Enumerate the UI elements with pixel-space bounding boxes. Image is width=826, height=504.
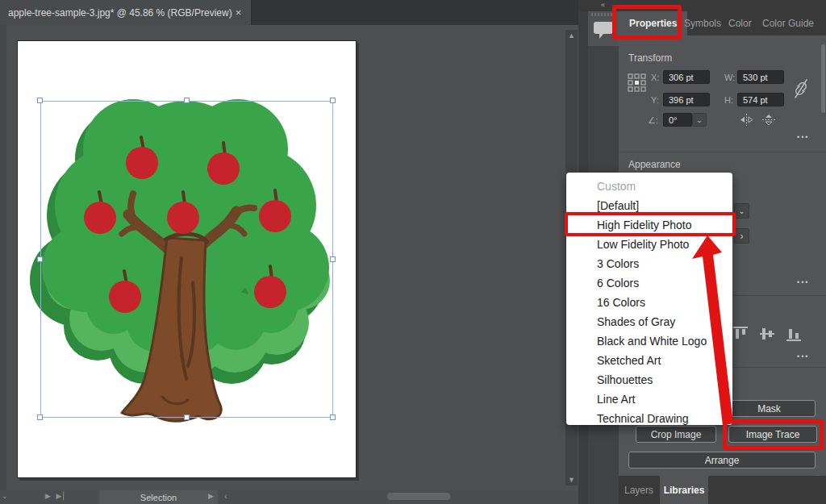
vertical-align-top-icon[interactable] bbox=[732, 326, 749, 342]
appearance-header: Appearance bbox=[628, 159, 681, 170]
document-tab-title: apple-tree-sample-3.jpg* @ 45.86 % (RGB/… bbox=[8, 7, 232, 19]
rotation-value-field[interactable]: 0° bbox=[663, 113, 692, 127]
transform-header: Transform bbox=[628, 52, 672, 64]
status-next-icon[interactable]: ▶ bbox=[208, 492, 214, 500]
scroll-down-icon[interactable]: ▼ bbox=[565, 474, 578, 485]
appearance-dropdown-chevron-icon[interactable]: ⌄ bbox=[734, 203, 749, 219]
scroll-up-icon[interactable]: ▲ bbox=[565, 30, 578, 41]
selection-bounding-box bbox=[40, 101, 333, 418]
transform-more-options[interactable]: ••• bbox=[797, 133, 809, 141]
appearance-expand-chevron-icon[interactable]: › bbox=[734, 228, 749, 244]
tab-symbols[interactable]: Symbols bbox=[684, 11, 721, 35]
vertical-align-center-icon[interactable] bbox=[759, 326, 775, 342]
flip-horizontal-icon[interactable] bbox=[740, 114, 753, 126]
vertical-align-bottom-icon[interactable] bbox=[786, 326, 802, 342]
w-value-field[interactable]: 530 pt bbox=[737, 70, 784, 84]
menu-item-line-art[interactable]: Line Art bbox=[566, 389, 732, 409]
crop-image-button[interactable]: Crop Image bbox=[636, 426, 716, 443]
menu-item-custom: Custom bbox=[566, 177, 732, 196]
status-bar: ⌄ ▶ ▶▏ Selection ▶ ‹ bbox=[0, 490, 578, 504]
menu-item-default[interactable]: [Default] bbox=[566, 196, 732, 215]
y-label: Y: bbox=[651, 95, 659, 105]
menu-item-low-fidelity-photo[interactable]: Low Fidelity Photo bbox=[566, 235, 732, 254]
flip-vertical-icon[interactable] bbox=[762, 114, 775, 126]
selection-handle-bottom-right[interactable] bbox=[330, 414, 336, 420]
divider bbox=[619, 152, 826, 152]
menu-item-6-colors[interactable]: 6 Colors bbox=[566, 273, 732, 293]
rotation-angle-label: ∠: bbox=[648, 115, 658, 126]
status-zoom-caret-icon[interactable]: ⌄ bbox=[2, 492, 8, 500]
x-label: X: bbox=[651, 73, 659, 82]
mask-button[interactable]: Mask bbox=[723, 400, 816, 417]
document-tabbar: apple-tree-sample-3.jpg* @ 45.86 % (RGB/… bbox=[0, 0, 578, 25]
canvas-left-edge bbox=[0, 25, 6, 490]
y-value-field[interactable]: 396 pt bbox=[663, 93, 710, 106]
tab-libraries[interactable]: Libraries bbox=[660, 476, 708, 504]
x-value-field[interactable]: 306 pt bbox=[663, 70, 710, 84]
tab-properties[interactable]: Properties bbox=[619, 11, 687, 35]
comment-bubble-icon bbox=[588, 11, 619, 46]
document-tab[interactable]: apple-tree-sample-3.jpg* @ 45.86 % (RGB/… bbox=[0, 0, 252, 25]
h-label: H: bbox=[724, 95, 733, 105]
close-icon[interactable]: × bbox=[232, 6, 245, 19]
menu-item-technical-drawing[interactable]: Technical Drawing bbox=[566, 409, 732, 428]
hscroll-left-icon[interactable]: ‹ bbox=[224, 492, 227, 501]
panel-scrollbar-thumb[interactable] bbox=[821, 44, 825, 113]
tab-color-guide[interactable]: Color Guide bbox=[762, 11, 814, 35]
menu-item-3-colors[interactable]: 3 Colors bbox=[566, 254, 732, 273]
menu-item-16-colors[interactable]: 16 Colors bbox=[566, 293, 732, 312]
menu-item-black-and-white-logo[interactable]: Black and White Logo bbox=[566, 331, 732, 351]
tab-layers[interactable]: Layers bbox=[619, 476, 659, 504]
menu-item-high-fidelity-photo[interactable]: High Fidelity Photo bbox=[566, 215, 732, 235]
status-tool-box: Selection bbox=[99, 490, 218, 504]
constrain-proportions-broken-link-icon[interactable] bbox=[794, 78, 808, 99]
h-value-field[interactable]: 574 pt bbox=[737, 93, 784, 106]
selection-handle-top-center[interactable] bbox=[184, 98, 190, 103]
selection-handle-bottom-left[interactable] bbox=[37, 414, 43, 420]
image-trace-button[interactable]: Image Trace bbox=[728, 426, 817, 443]
panel-grip-dots bbox=[591, 13, 615, 16]
illustrator-window: apple-tree-sample-3.jpg* @ 45.86 % (RGB/… bbox=[0, 0, 826, 504]
selection-handle-top-left[interactable] bbox=[37, 98, 43, 103]
menu-item-sketched-art[interactable]: Sketched Art bbox=[566, 351, 732, 370]
image-trace-preset-menu: Custom [Default] High Fidelity Photo Low… bbox=[566, 173, 732, 425]
align-more-options[interactable]: ••• bbox=[797, 352, 809, 360]
w-label: W: bbox=[724, 73, 735, 82]
arrange-button[interactable]: Arrange bbox=[628, 452, 816, 469]
comment-panel-button[interactable] bbox=[588, 11, 619, 46]
menu-item-shades-of-gray[interactable]: Shades of Gray bbox=[566, 312, 732, 331]
reference-point-grid-icon[interactable] bbox=[628, 73, 647, 94]
selection-handle-top-right[interactable] bbox=[330, 98, 336, 103]
collapse-panels-left-icon[interactable]: ‹‹ bbox=[601, 1, 604, 9]
canvas-horizontal-scrollbar[interactable] bbox=[387, 493, 450, 500]
rotation-dropdown-chevron-icon[interactable]: ⌄ bbox=[692, 113, 707, 127]
appearance-more-options[interactable]: ••• bbox=[797, 278, 809, 286]
status-artboard-nav-icons[interactable]: ▶ ▶▏ bbox=[45, 492, 70, 500]
selection-handle-bottom-center[interactable] bbox=[184, 414, 190, 420]
selection-handle-mid-left[interactable] bbox=[37, 256, 43, 262]
selection-handle-mid-right[interactable] bbox=[330, 256, 336, 262]
status-tool-label: Selection bbox=[140, 493, 177, 502]
menu-item-silhouettes[interactable]: Silhouettes bbox=[566, 370, 732, 389]
tab-color[interactable]: Color bbox=[728, 11, 752, 35]
